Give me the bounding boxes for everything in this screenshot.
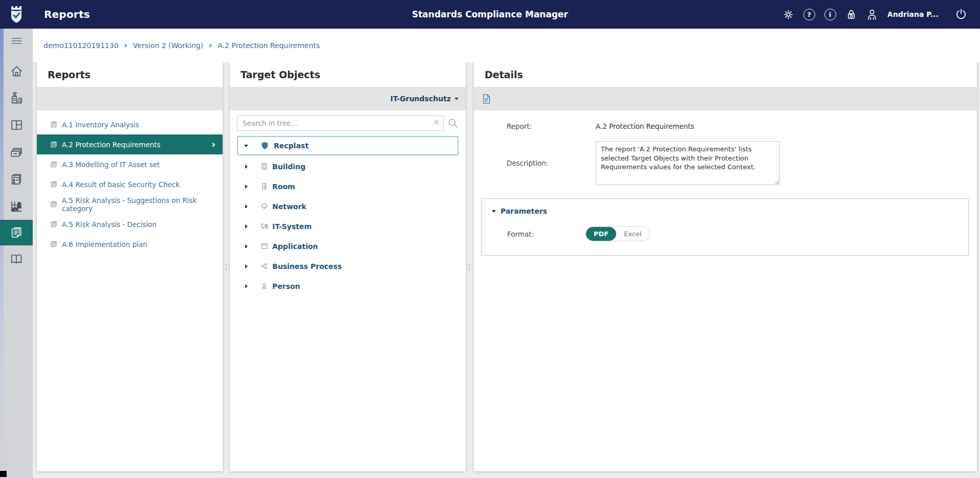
format-field-label: Format: bbox=[507, 230, 585, 238]
home-icon bbox=[10, 64, 24, 78]
main-content: Reports A.1 Inventory Analysis A.2 Prote… bbox=[33, 62, 980, 478]
parameters-section: Parameters Format: PDF Excel bbox=[481, 198, 969, 256]
report-doc-icon bbox=[50, 141, 57, 148]
sidebar-item-checklist[interactable] bbox=[0, 166, 33, 193]
report-doc-icon bbox=[50, 200, 57, 208]
report-field-label: Report: bbox=[507, 122, 596, 130]
user-icon[interactable] bbox=[865, 8, 879, 21]
context-selector[interactable]: IT-Grundschutz bbox=[390, 95, 459, 103]
tree-item-room[interactable]: Room bbox=[237, 176, 459, 196]
sidebar bbox=[0, 29, 33, 478]
tree-item-network[interactable]: Network bbox=[237, 196, 459, 216]
application-icon bbox=[260, 242, 268, 250]
report-list-item[interactable]: A.6 Implementation plan bbox=[37, 234, 223, 254]
expand-toggle-icon[interactable] bbox=[243, 244, 249, 248]
chevron-down-icon bbox=[454, 98, 459, 100]
selected-chevron-icon bbox=[211, 140, 215, 149]
tree-item-label: Business Process bbox=[272, 262, 342, 270]
report-label: A.5 Risk Analysis - Decision bbox=[62, 220, 157, 229]
expand-toggle-icon[interactable] bbox=[243, 185, 249, 189]
reports-panel-title: Reports bbox=[37, 62, 223, 87]
reports-panel-toolbar bbox=[37, 87, 223, 110]
business-process-icon bbox=[260, 262, 268, 270]
collapse-toggle-icon[interactable] bbox=[243, 145, 249, 147]
breadcrumb-item-context[interactable]: demo110120191130 bbox=[43, 41, 119, 50]
sidebar-item-home[interactable] bbox=[0, 57, 33, 84]
target-objects-toolbar: IT-Grundschutz bbox=[230, 87, 466, 110]
user-name[interactable]: Andriana P... bbox=[887, 10, 939, 18]
report-list-item[interactable]: A.3 Modelling of IT Asset set bbox=[37, 154, 223, 174]
details-panel: Details Report: A.2 Protection Requireme… bbox=[474, 62, 977, 471]
search-icon[interactable] bbox=[447, 118, 459, 129]
sidebar-item-organization[interactable] bbox=[0, 84, 33, 111]
sidebar-item-reports[interactable] bbox=[0, 220, 33, 245]
tree-search-input[interactable] bbox=[237, 116, 444, 131]
breadcrumb-item-version[interactable]: Version 2 (Working) bbox=[133, 41, 203, 50]
sidebar-item-dashboard[interactable] bbox=[0, 111, 33, 139]
breadcrumb-separator-icon: › bbox=[209, 41, 212, 50]
app-logo[interactable] bbox=[0, 0, 33, 29]
person-icon bbox=[260, 282, 268, 290]
settings-icon[interactable] bbox=[781, 8, 795, 21]
expand-toggle-icon[interactable] bbox=[243, 264, 249, 268]
tree-item-label: Building bbox=[272, 163, 306, 171]
info-icon[interactable] bbox=[823, 8, 837, 21]
expand-toggle-icon[interactable] bbox=[243, 165, 249, 169]
report-label: A.2 Protection Requirements bbox=[62, 141, 161, 149]
app-title: Standards Compliance Manager bbox=[412, 9, 568, 19]
it-system-icon bbox=[260, 222, 268, 230]
sidebar-item-documentation[interactable] bbox=[0, 245, 33, 272]
clear-search-icon[interactable] bbox=[433, 119, 440, 126]
dashboard-icon bbox=[10, 118, 24, 132]
breadcrumb-item-report[interactable]: A.2 Protection Requirements bbox=[217, 41, 320, 50]
expand-toggle-icon[interactable] bbox=[243, 204, 249, 209]
report-label: A.3 Modelling of IT Asset set bbox=[62, 161, 160, 169]
network-icon bbox=[260, 202, 268, 210]
chevron-down-icon bbox=[492, 210, 496, 213]
target-objects-panel: Target Objects IT-Grundschutz Recpla bbox=[230, 62, 466, 471]
power-icon[interactable] bbox=[954, 8, 968, 21]
expand-toggle-icon[interactable] bbox=[243, 224, 249, 229]
report-doc-icon bbox=[50, 161, 57, 168]
risk-matrix-icon bbox=[9, 199, 24, 214]
panel-splitter[interactable] bbox=[466, 62, 473, 471]
report-doc-icon bbox=[50, 180, 57, 188]
report-label: A.1 Inventory Analysis bbox=[62, 121, 139, 129]
reports-icon bbox=[10, 226, 24, 240]
report-list-item[interactable]: A.1 Inventory Analysis bbox=[37, 115, 223, 134]
report-list-item[interactable]: A.5 Risk Analysis - Suggestions on Risk … bbox=[37, 194, 223, 214]
panel-splitter[interactable] bbox=[223, 62, 230, 471]
tree-search-row bbox=[237, 116, 459, 131]
tree-item-person[interactable]: Person bbox=[237, 276, 459, 296]
sidebar-item-risk-matrix[interactable] bbox=[0, 193, 33, 220]
report-document-icon[interactable] bbox=[481, 93, 492, 105]
object-tree: Recplast Building Room Network IT-Syste bbox=[230, 135, 466, 297]
report-list-item[interactable]: A.5 Risk Analysis - Decision bbox=[37, 214, 223, 234]
tree-item-it-system[interactable]: IT-System bbox=[237, 216, 459, 236]
parameters-header[interactable]: Parameters bbox=[482, 199, 968, 215]
report-doc-icon bbox=[50, 121, 57, 128]
expand-toggle-icon[interactable] bbox=[243, 284, 249, 288]
target-objects-panel-title: Target Objects bbox=[230, 62, 466, 87]
tree-item-building[interactable]: Building bbox=[237, 156, 459, 176]
tree-item-label: IT-System bbox=[272, 222, 312, 231]
tree-item-business-process[interactable]: Business Process bbox=[237, 256, 459, 276]
description-textarea[interactable]: The report 'A.2 Protection Requirements'… bbox=[596, 141, 780, 185]
report-label: A.6 Implementation plan bbox=[62, 240, 147, 248]
tree-root-recplast[interactable]: Recplast bbox=[237, 136, 459, 155]
corner-artifact bbox=[0, 471, 7, 477]
help-icon[interactable] bbox=[802, 8, 816, 21]
tree-item-application[interactable]: Application bbox=[237, 236, 459, 256]
parameters-title: Parameters bbox=[500, 207, 547, 215]
format-option-pdf[interactable]: PDF bbox=[586, 227, 616, 241]
report-field-value: A.2 Protection Requirements bbox=[596, 122, 694, 130]
report-list-item[interactable]: A.2 Protection Requirements bbox=[37, 134, 223, 154]
report-list-item[interactable]: A.4 Result of basic Security Check bbox=[37, 174, 223, 194]
report-label: A.4 Result of basic Security Check bbox=[62, 180, 180, 189]
sidebar-menu-toggle[interactable] bbox=[0, 29, 33, 53]
sidebar-item-asset-archive[interactable] bbox=[0, 139, 33, 166]
format-option-excel[interactable]: Excel bbox=[616, 227, 649, 241]
tree-item-label: Network bbox=[272, 202, 307, 211]
session-lock-icon[interactable] bbox=[844, 8, 858, 21]
details-panel-title: Details bbox=[474, 62, 977, 87]
